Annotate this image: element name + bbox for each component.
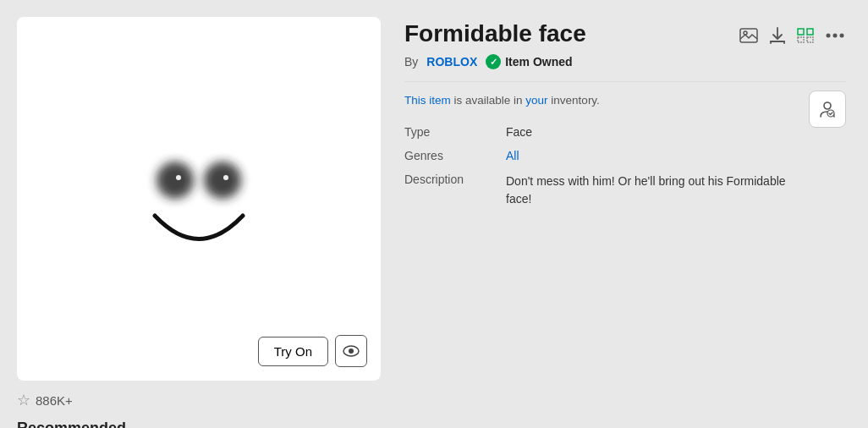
svg-point-16 <box>827 34 831 38</box>
svg-rect-13 <box>807 29 813 35</box>
try-on-button[interactable]: Try On <box>258 337 328 366</box>
more-options-button[interactable] <box>824 31 846 40</box>
genres-label: Genres <box>404 149 489 162</box>
grid-icon-button[interactable] <box>795 26 816 45</box>
svg-point-0 <box>157 162 194 199</box>
availability-item-link[interactable]: This item <box>404 94 451 107</box>
type-label: Type <box>404 125 489 139</box>
type-value: Face <box>506 125 532 139</box>
svg-point-18 <box>840 34 844 38</box>
divider <box>404 81 846 82</box>
availability-your-link[interactable]: your <box>525 94 547 107</box>
description-value: Don't mess with him! Or he'll bring out … <box>506 173 794 208</box>
owned-badge: ✓ Item Owned <box>486 54 572 69</box>
equip-button[interactable] <box>809 91 846 128</box>
stats-row: ☆ 886K+ <box>17 391 381 409</box>
svg-point-20 <box>827 110 834 117</box>
eye-icon <box>343 345 360 357</box>
fav-count: 886K+ <box>36 393 73 408</box>
availability-text: This item is available in your inventory… <box>404 94 846 107</box>
by-row: By ROBLOX ✓ Item Owned <box>404 54 846 69</box>
header-icons <box>738 25 846 46</box>
grid-icon <box>797 28 814 43</box>
item-preview: Try On <box>17 17 381 381</box>
svg-point-19 <box>824 102 831 109</box>
right-panel: Formidable face <box>404 17 846 428</box>
svg-point-1 <box>204 162 241 199</box>
left-panel: Try On ☆ 886K+ Recommended <box>17 17 381 428</box>
type-row: Type Face <box>404 120 846 144</box>
image-icon <box>739 28 758 43</box>
face-illustration <box>106 106 292 292</box>
item-title: Formidable face <box>404 20 586 47</box>
svg-rect-14 <box>798 37 804 42</box>
by-text: By <box>404 55 418 69</box>
download-icon <box>770 27 785 44</box>
genres-row: Genres All <box>404 144 846 167</box>
download-icon-button[interactable] <box>768 25 787 46</box>
owned-label: Item Owned <box>505 55 572 69</box>
equip-icon <box>818 100 837 118</box>
item-header: Formidable face <box>404 20 846 47</box>
svg-point-3 <box>223 175 228 180</box>
svg-rect-15 <box>807 37 813 42</box>
svg-rect-6 <box>740 29 757 42</box>
more-icon <box>826 33 844 38</box>
svg-point-17 <box>833 34 838 38</box>
recommended-label: Recommended <box>17 420 381 428</box>
description-label: Description <box>404 173 489 208</box>
preview-eye-button[interactable] <box>335 335 367 367</box>
genres-value: All <box>506 149 519 162</box>
creator-link[interactable]: ROBLOX <box>426 55 477 69</box>
star-icon[interactable]: ☆ <box>17 391 30 409</box>
checkmark-icon: ✓ <box>486 54 501 69</box>
svg-point-5 <box>349 348 354 354</box>
svg-rect-12 <box>798 29 804 35</box>
description-row: Description Don't mess with him! Or he'l… <box>404 167 846 213</box>
page-container: Try On ☆ 886K+ Recommended Formidable fa… <box>17 17 846 428</box>
svg-point-2 <box>176 175 181 180</box>
detail-table: Type Face Genres All Description Don't m… <box>404 120 846 213</box>
image-icon-button[interactable] <box>738 26 760 45</box>
info-section: This item is available in your inventory… <box>404 94 846 107</box>
preview-actions: Try On <box>258 335 367 367</box>
